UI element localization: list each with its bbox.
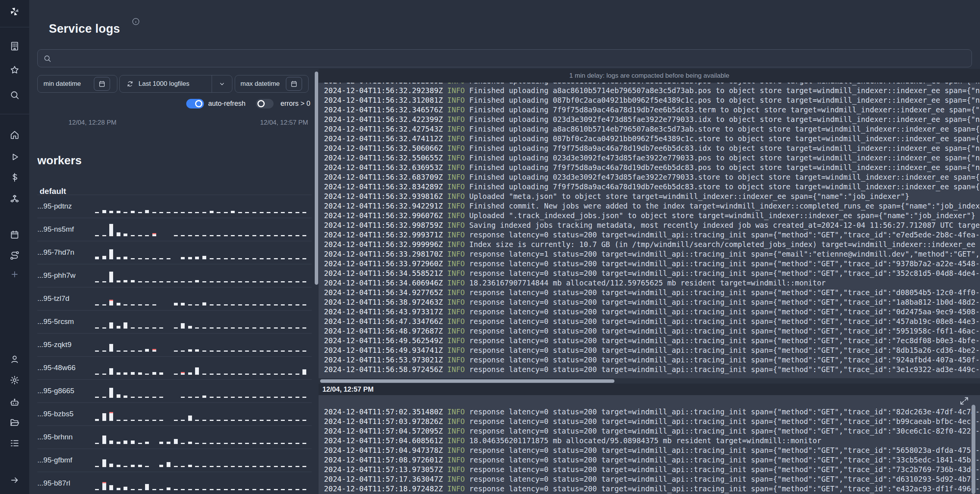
worker-row[interactable]: ...95-48w66 <box>37 356 312 379</box>
sparkline-bar <box>152 349 156 352</box>
sparkline-bar <box>95 466 99 467</box>
worker-row[interactable]: ...95-5rcsm <box>37 310 312 333</box>
worker-row[interactable]: ...95-7hd7n <box>37 241 312 264</box>
sparkline-bar <box>174 420 178 421</box>
worker-name: ...95-zqkt9 <box>37 340 72 349</box>
sparkline-bar <box>145 281 149 282</box>
sparkline-bar <box>238 489 242 490</box>
sparkline-bar <box>117 372 120 375</box>
worker-row[interactable]: ...95-ns5mf <box>37 218 312 241</box>
sparkline-bar <box>260 374 264 375</box>
sparkline-bar <box>167 281 170 282</box>
row-divider <box>37 379 312 380</box>
sparkline-bar <box>181 466 185 467</box>
log-line: 2024-12-04T11:56:53.973021Z INFO respons… <box>324 355 980 365</box>
expand-icon[interactable] <box>959 396 970 406</box>
log-viewer-lower[interactable]: 2024-12-04T11:57:02.351480Z INFO respons… <box>319 395 980 494</box>
sparkline-bar <box>109 300 113 305</box>
sparkline-bar <box>181 420 185 421</box>
sparkline-bar <box>195 367 199 375</box>
sparkline-bar <box>117 211 120 213</box>
sparkline-bar <box>188 416 192 421</box>
sparkline-bar <box>281 327 285 329</box>
worker-row[interactable]: ...95-zqkt9 <box>37 333 312 356</box>
worker-name: ...95-tzl7d <box>37 294 69 303</box>
sparkline-bar <box>274 212 278 213</box>
worker-row[interactable]: ...95-phh7w <box>37 264 312 287</box>
sparkline-bar <box>245 281 249 282</box>
sparkline-bar <box>202 256 206 259</box>
sparkline-bar <box>202 420 206 421</box>
sparkline-bar <box>102 256 106 259</box>
sparkline-bar <box>274 420 278 421</box>
sparkline-bar <box>267 350 270 352</box>
sparkline-bar <box>296 327 299 329</box>
sparkline-bar <box>138 327 142 329</box>
worker-row[interactable]: ...95-g8665 <box>37 379 312 402</box>
log-line: 2024-12-04T11:56:48.972687Z INFO respons… <box>324 326 980 336</box>
sparkline-bar <box>159 327 163 329</box>
sparkline-bar <box>274 397 278 398</box>
sparkline-bar <box>195 304 199 305</box>
sparkline-bar <box>302 489 306 490</box>
sparkline-bar <box>217 304 220 305</box>
worker-row[interactable]: ...95-b87rl <box>37 472 312 494</box>
sparkline-bar <box>245 212 249 213</box>
sparkline-bar <box>181 212 185 213</box>
sparkline-bar <box>138 350 142 352</box>
sparkline-bar <box>174 439 178 444</box>
sparkline-bar <box>302 235 306 236</box>
row-divider <box>37 333 312 334</box>
sparkline-bar <box>145 397 149 398</box>
worker-activity-sparkline <box>95 361 306 375</box>
sparkline-bar <box>145 235 149 236</box>
sparkline-bar <box>260 235 264 236</box>
log-horizontal-scrollbar[interactable] <box>320 379 614 383</box>
log-vertical-scrollbar[interactable] <box>972 405 975 494</box>
sparkline-bar <box>252 466 256 467</box>
row-divider <box>37 241 312 241</box>
sparkline-bar <box>181 350 185 352</box>
worker-list-scrollbar[interactable] <box>315 72 318 285</box>
worker-activity-sparkline <box>95 292 306 305</box>
sparkline-bar <box>159 465 163 467</box>
sparkline-bar <box>152 258 156 259</box>
sparkline-bar <box>195 280 199 282</box>
log-section-header: 12/04, 12:57 PM <box>319 384 980 395</box>
worker-row[interactable]: ...95-gfbmf <box>37 449 312 472</box>
sparkline-bar <box>188 465 192 467</box>
sparkline-bar <box>138 372 142 375</box>
worker-row[interactable]: ...95-brhnn <box>37 426 312 449</box>
sparkline-bar <box>102 327 106 329</box>
sparkline-bar <box>217 327 220 329</box>
sparkline-bar <box>288 350 292 352</box>
worker-row[interactable]: ...95-bzbs5 <box>37 402 312 426</box>
sparkline-bar <box>152 489 156 490</box>
sparkline-bar <box>188 212 192 213</box>
delay-notice: 1 min delay: logs are compacted before b… <box>319 69 980 83</box>
sparkline-bar <box>281 212 285 213</box>
sparkline-bar <box>138 465 142 467</box>
sparkline-bar <box>238 212 242 213</box>
sparkline-bar <box>231 304 235 305</box>
sparkline-bar <box>245 258 249 259</box>
log-line: 2024-12-04T11:56:32.942291Z INFO Finishe… <box>324 201 980 211</box>
log-line: 2024-12-04T11:56:32.834289Z INFO Finishe… <box>324 182 980 192</box>
worker-row[interactable]: ...95-pdtnz <box>37 195 312 218</box>
worker-row[interactable]: ...95-tzl7d <box>37 287 312 310</box>
sparkline-bar <box>288 212 292 213</box>
sparkline-bar <box>274 281 278 282</box>
log-viewer-upper[interactable]: 2024-12-04T11:56:32.292389Z INFO Finishe… <box>319 83 980 378</box>
sparkline-bar <box>288 327 292 329</box>
sparkline-bar <box>202 235 206 236</box>
sparkline-bar <box>274 350 278 352</box>
sparkline-bar <box>288 304 292 305</box>
row-divider <box>37 218 312 218</box>
sparkline-bar <box>188 397 192 398</box>
sparkline-bar <box>131 465 135 467</box>
worker-name: ...95-phh7w <box>37 271 75 280</box>
sparkline-bar <box>217 489 220 490</box>
sparkline-bar <box>159 489 163 490</box>
sparkline-bar <box>296 489 299 490</box>
sparkline-bar <box>224 235 228 236</box>
